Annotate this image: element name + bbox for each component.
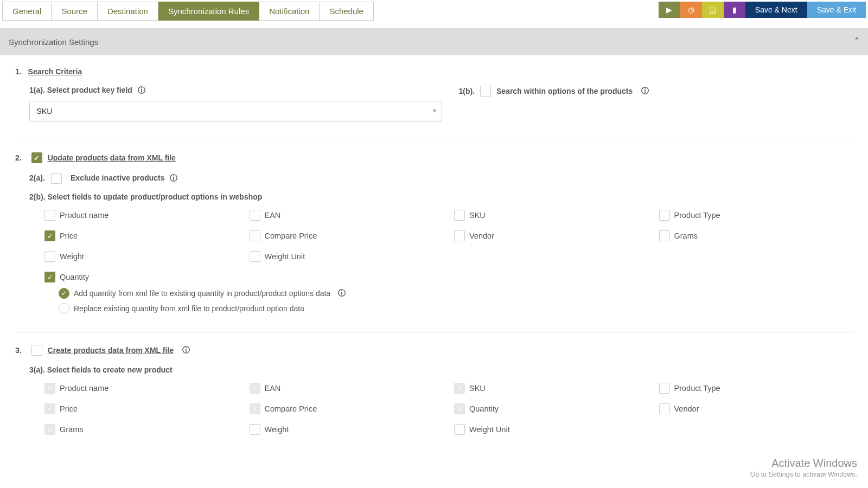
book-icon[interactable]: ▮: [724, 2, 745, 18]
panel-header[interactable]: Synchronization Settings ˄: [0, 28, 868, 55]
tab-general[interactable]: General: [2, 2, 52, 21]
checkbox-field[interactable]: [454, 230, 465, 241]
label-1b-prefix: 1(b).: [458, 87, 475, 95]
label-field: Price: [60, 232, 78, 240]
tabs: General Source Destination Synchronizati…: [2, 2, 374, 21]
gauge-icon[interactable]: ◷: [680, 2, 702, 18]
checkbox-field[interactable]: [44, 251, 55, 262]
checkbox-field[interactable]: [454, 210, 465, 221]
label-field: Weight: [265, 425, 289, 434]
info-icon[interactable]: [338, 290, 346, 297]
label-field: Product Type: [674, 211, 720, 220]
checkbox-create-products[interactable]: [31, 345, 42, 356]
label-2b: 2(b). Select fields to update product/pr…: [29, 192, 853, 201]
info-icon[interactable]: [182, 346, 190, 354]
tab-notification[interactable]: Notification: [259, 2, 320, 21]
label-field: Quantity: [469, 404, 499, 413]
label-field: Grams: [60, 425, 84, 434]
label-field: Weight Unit: [265, 252, 305, 261]
tab-source[interactable]: Source: [52, 2, 98, 21]
checkbox-field[interactable]: [454, 424, 465, 435]
label-field: Product name: [60, 384, 108, 393]
checkbox-exclude-inactive[interactable]: [51, 173, 62, 184]
label-field: Grams: [674, 232, 698, 240]
label-field: EAN: [265, 211, 281, 220]
label-field: Product name: [60, 211, 108, 220]
label-radio-replace: Replace existing quantity from xml file …: [74, 304, 304, 313]
label-field: SKU: [469, 211, 486, 220]
checkbox-field: [44, 424, 55, 435]
section-1-num: 1.: [15, 67, 22, 76]
checkbox-field: [44, 403, 55, 414]
info-icon[interactable]: [641, 87, 649, 95]
label-field: EAN: [265, 384, 281, 393]
label-1a: 1(a). Select product key field: [29, 86, 442, 94]
checkbox-field[interactable]: [44, 210, 55, 221]
play-icon[interactable]: ▶: [659, 2, 680, 18]
checkbox-field[interactable]: [250, 251, 260, 262]
label-2a-prefix: 2(a).: [29, 174, 45, 182]
label-field: Weight: [60, 252, 84, 261]
section-2-link: Update products data from XML file: [48, 153, 176, 162]
section-3-num: 3.: [15, 346, 22, 355]
checkbox-field: [250, 383, 260, 394]
checkbox-field[interactable]: [250, 424, 260, 435]
section-3-link: Create products data from XML file: [48, 346, 174, 355]
label-field: Price: [60, 404, 78, 413]
label-radio-add: Add quantity from xml file to existing q…: [74, 289, 330, 298]
label-field-quantity: Quantity: [60, 273, 89, 281]
checkbox-field[interactable]: [659, 383, 670, 394]
tab-destination[interactable]: Destination: [98, 2, 158, 21]
checkbox-field: [250, 403, 260, 414]
tab-sync-rules[interactable]: Synchronization Rules: [158, 2, 259, 21]
label-field: Compare Price: [265, 232, 317, 240]
label-1b: Search within options of the products: [496, 87, 633, 95]
checkbox-field[interactable]: [44, 230, 55, 241]
label-3a: 3(a). Select fields to create new produc…: [29, 365, 853, 374]
select-product-key-field[interactable]: SKU: [29, 101, 442, 121]
checkbox-field[interactable]: [659, 210, 670, 221]
checkbox-search-within-options[interactable]: [480, 86, 491, 97]
label-field: Weight Unit: [469, 425, 510, 434]
save-next-button[interactable]: Save & Next: [745, 2, 807, 18]
label-field: Vendor: [469, 232, 494, 240]
checkbox-field: [44, 383, 55, 394]
section-2-num: 2.: [15, 153, 22, 162]
panel-title: Synchronization Settings: [9, 37, 98, 47]
checkbox-update-products[interactable]: [31, 152, 42, 163]
chevron-up-icon[interactable]: ˄: [854, 36, 859, 48]
info-icon[interactable]: [138, 87, 145, 94]
label-field: Product Type: [674, 384, 720, 393]
checkbox-field[interactable]: [250, 230, 260, 241]
note-icon[interactable]: ▤: [702, 2, 724, 18]
checkbox-field[interactable]: [659, 230, 670, 241]
section-1-link: Search Criteria: [28, 67, 82, 76]
tab-schedule[interactable]: Schedule: [320, 2, 374, 21]
section-1-title: 1. Search Criteria: [15, 67, 853, 76]
label-field: Vendor: [674, 404, 699, 413]
label-field: SKU: [469, 384, 486, 393]
checkbox-field: [454, 383, 465, 394]
checkbox-field[interactable]: [659, 403, 670, 414]
windows-watermark: Activate Windows Go to Settings to activ…: [750, 457, 857, 478]
label-2a: Exclude inactive products: [71, 174, 165, 182]
radio-replace-quantity[interactable]: [59, 303, 69, 314]
action-buttons: ▶ ◷ ▤ ▮ Save & Next Save & Exit: [659, 2, 866, 18]
checkbox-quantity[interactable]: [44, 272, 55, 282]
checkbox-field[interactable]: [250, 210, 260, 221]
info-icon[interactable]: [170, 175, 177, 182]
radio-add-quantity[interactable]: [59, 288, 69, 299]
label-field: Compare Price: [265, 404, 317, 413]
checkbox-field: [454, 403, 465, 414]
save-exit-button[interactable]: Save & Exit: [807, 2, 866, 18]
